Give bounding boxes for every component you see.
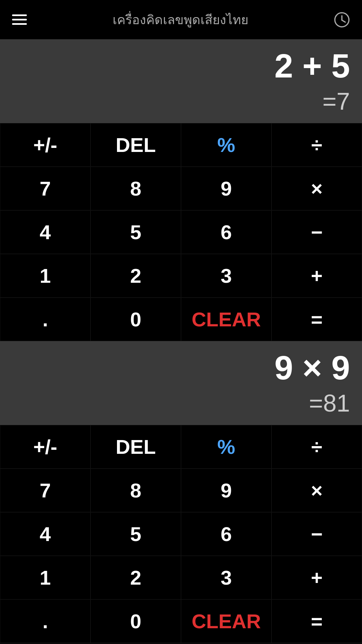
key-7-1[interactable]: 7	[0, 167, 90, 210]
key-1-1[interactable]: 1	[0, 254, 90, 298]
calculator1-display: 2 + 5 =7	[0, 39, 362, 123]
key-3-1[interactable]: 3	[181, 254, 272, 298]
key-equals-2[interactable]: =	[272, 599, 362, 643]
calc2-expression: 9 × 9	[275, 349, 350, 386]
key-9-1[interactable]: 9	[181, 167, 272, 210]
key-7-2[interactable]: 7	[0, 469, 90, 512]
key-equals-1[interactable]: =	[272, 298, 362, 341]
key-subtract-2[interactable]: −	[272, 512, 362, 556]
key-8-2[interactable]: 8	[90, 469, 181, 512]
key-percent-2[interactable]: %	[181, 425, 272, 469]
key-subtract-1[interactable]: −	[272, 210, 362, 254]
key-6-1[interactable]: 6	[181, 210, 272, 254]
calc1-result: =7	[322, 88, 350, 115]
key-1-2[interactable]: 1	[0, 556, 90, 599]
history-button[interactable]	[334, 12, 350, 28]
app-header: เครื่องคิดเลขพูดเสียงไทย	[0, 0, 362, 39]
key-add-2[interactable]: +	[272, 556, 362, 599]
key-4-1[interactable]: 4	[0, 210, 90, 254]
key-2-2[interactable]: 2	[90, 556, 181, 599]
key-4-2[interactable]: 4	[0, 512, 90, 556]
calculator2-display: 9 × 9 =81	[0, 341, 362, 425]
calc2-result: =81	[309, 389, 350, 417]
key-dot-1[interactable]: .	[0, 298, 90, 341]
key-multiply-2[interactable]: ×	[272, 469, 362, 512]
key-5-2[interactable]: 5	[90, 512, 181, 556]
key-percent-1[interactable]: %	[181, 123, 272, 167]
key-clear-2[interactable]: CLEAR	[181, 599, 272, 643]
key-9-2[interactable]: 9	[181, 469, 272, 512]
calc1-expression: 2 + 5	[275, 47, 350, 84]
key-8-1[interactable]: 8	[90, 167, 181, 210]
menu-button[interactable]	[12, 14, 27, 25]
key-6-2[interactable]: 6	[181, 512, 272, 556]
app-title: เครื่องคิดเลขพูดเสียงไทย	[27, 9, 334, 30]
key-2-1[interactable]: 2	[90, 254, 181, 298]
key-3-2[interactable]: 3	[181, 556, 272, 599]
keypad1: +/- DEL % ÷ 7 8 9 × 4 5 6 − 1 2 3 + . 0 …	[0, 123, 362, 341]
key-plus-minus-1[interactable]: +/-	[0, 123, 90, 167]
key-divide-2[interactable]: ÷	[272, 425, 362, 469]
keypad2: +/- DEL % ÷ 7 8 9 × 4 5 6 − 1 2 3 + . 0 …	[0, 425, 362, 643]
key-del-2[interactable]: DEL	[90, 425, 181, 469]
key-del-1[interactable]: DEL	[90, 123, 181, 167]
key-dot-2[interactable]: .	[0, 599, 90, 643]
key-clear-1[interactable]: CLEAR	[181, 298, 272, 341]
key-0-2[interactable]: 0	[90, 599, 181, 643]
key-add-1[interactable]: +	[272, 254, 362, 298]
svg-line-2	[342, 20, 345, 22]
key-5-1[interactable]: 5	[90, 210, 181, 254]
key-plus-minus-2[interactable]: +/-	[0, 425, 90, 469]
key-0-1[interactable]: 0	[90, 298, 181, 341]
key-multiply-1[interactable]: ×	[272, 167, 362, 210]
key-divide-1[interactable]: ÷	[272, 123, 362, 167]
